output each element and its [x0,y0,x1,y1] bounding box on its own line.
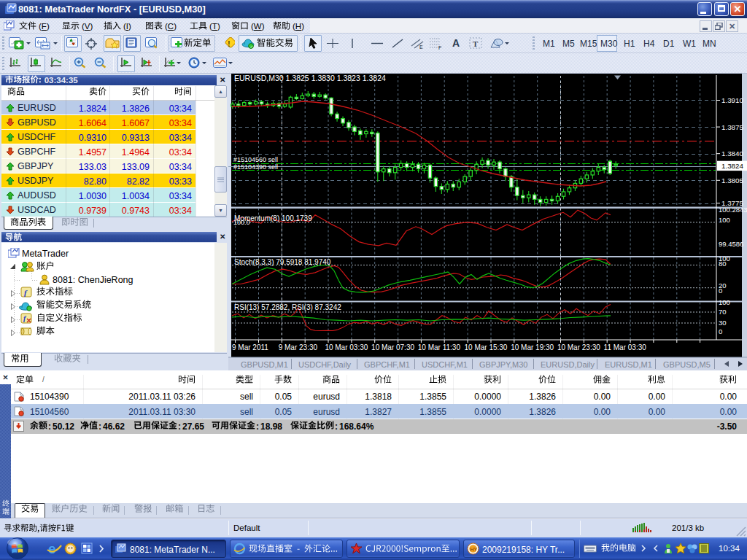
svg-text:T: T [473,39,479,48]
svg-text:#15104390 sell: #15104390 sell [233,163,278,171]
svg-text:10 Mar 07:30: 10 Mar 07:30 [371,343,414,351]
svg-text:HY: HY [471,547,478,552]
svg-text:10 Mar 15:30: 10 Mar 15:30 [465,343,508,351]
svg-text:E: E [419,44,423,50]
svg-text:USDCHF,M1: USDCHF,M1 [422,360,468,369]
svg-text:100.0: 100.0 [233,219,250,226]
svg-text:0: 0 [719,327,722,335]
svg-text:10 Mar 03:30: 10 Mar 03:30 [325,343,368,351]
svg-text:GBPUSD,M5: GBPUSD,M5 [663,360,711,369]
svg-text:✓: ✓ [249,44,253,49]
svg-text:10 Mar 19:30: 10 Mar 19:30 [511,343,554,351]
svg-text:GBPJPY,M30: GBPJPY,M30 [479,360,527,369]
svg-text:10 Mar 23:30: 10 Mar 23:30 [557,343,600,351]
svg-text:100.2843: 100.2843 [719,206,747,214]
svg-text:1.3805: 1.3805 [721,176,744,184]
svg-text:EURUSD,M1: EURUSD,M1 [605,360,652,369]
svg-text:0: 0 [719,287,722,295]
svg-text:30: 30 [719,319,727,327]
svg-text:1.3840: 1.3840 [721,149,744,158]
svg-text:70: 70 [719,308,727,316]
svg-text:80: 80 [719,260,727,268]
svg-text:1.3875: 1.3875 [721,123,744,131]
svg-text:e: e [48,541,56,556]
svg-text:100: 100 [719,216,730,224]
svg-text:EURUSD,M30 1.3825 1.3830 1.38: EURUSD,M30 1.3825 1.3830 1.3823 1.3824 [234,74,386,82]
svg-text:EURUSD,Daily: EURUSD,Daily [541,360,595,369]
svg-text:!: ! [228,39,231,48]
svg-text:USDCHF,Daily: USDCHF,Daily [298,360,352,369]
svg-text:1.3824: 1.3824 [721,162,744,170]
svg-text:1.3910: 1.3910 [721,96,744,104]
svg-text:GBPCHF,M1: GBPCHF,M1 [364,360,410,369]
svg-text:#15104560 sell: #15104560 sell [233,156,278,163]
svg-text:100: 100 [719,298,730,306]
svg-text:RSI(13) 57.2882, RSI(3) 87.324: RSI(13) 57.2882, RSI(3) 87.3242 [234,303,341,311]
svg-text:GBPUSD,M1: GBPUSD,M1 [241,360,288,369]
svg-text:10 Mar 11:30: 10 Mar 11:30 [418,343,461,351]
svg-text:11 Mar 03:30: 11 Mar 03:30 [604,343,647,351]
svg-text:F: F [438,45,441,50]
svg-text:Stoch(8,3,3) 79.5918 81.9740: Stoch(8,3,3) 79.5918 81.9740 [234,258,331,266]
svg-text:99.4586: 99.4586 [719,240,743,248]
svg-text:9 Mar 23:30: 9 Mar 23:30 [279,343,318,351]
svg-text:9 Mar 2011: 9 Mar 2011 [232,343,268,351]
